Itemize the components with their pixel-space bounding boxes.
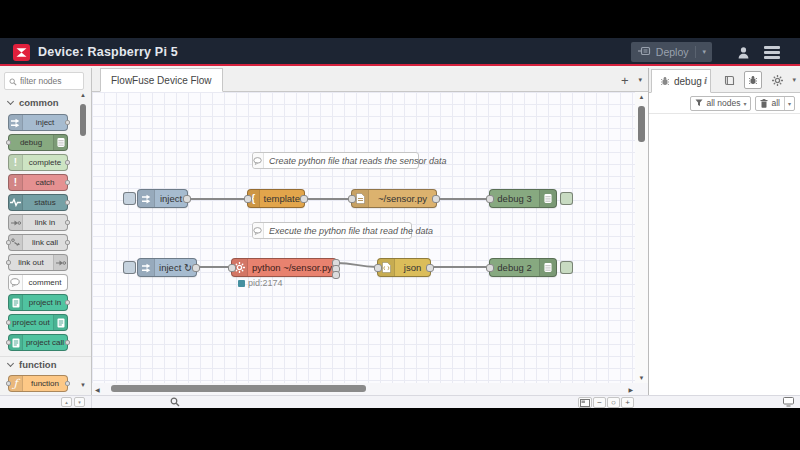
input-port[interactable] xyxy=(348,195,356,203)
clear-messages-button[interactable]: all ▾ xyxy=(755,96,795,111)
palette-node-project-call[interactable]: project call xyxy=(8,334,68,351)
debug-toggle-button[interactable] xyxy=(560,192,573,205)
scroll-left-icon[interactable]: ◀ xyxy=(92,386,103,393)
palette-node-inject[interactable]: inject xyxy=(8,114,68,131)
node-json[interactable]: json xyxy=(377,258,431,277)
palette-search[interactable] xyxy=(4,72,84,90)
project-call-icon xyxy=(9,335,23,350)
workspace[interactable]: Create python file that reads the sensor… xyxy=(92,92,648,383)
palette-node-status[interactable]: status xyxy=(8,194,68,211)
debug-icon xyxy=(539,259,556,276)
node-inject-1[interactable]: inject xyxy=(137,189,188,208)
add-flow-button[interactable]: + xyxy=(621,73,629,88)
expand-categories-button[interactable]: ▾ xyxy=(74,397,85,407)
main-menu-icon[interactable] xyxy=(764,46,780,61)
scroll-right-icon[interactable]: ▶ xyxy=(625,386,636,393)
node-exec-python[interactable]: python ~/sensor.py xyxy=(231,258,337,277)
comment-icon xyxy=(253,153,264,168)
input-port[interactable] xyxy=(374,264,382,272)
debug-messages-panel[interactable] xyxy=(649,114,800,382)
workspace-footer: − ○ + xyxy=(92,396,648,408)
user-icon[interactable] xyxy=(737,45,750,63)
node-status: pid:2174 xyxy=(238,278,283,288)
node-file-sensor-py[interactable]: ~/sensor.py xyxy=(351,189,437,208)
horizontal-scrollbar[interactable]: ◀ ▶ xyxy=(92,383,648,395)
help-tab-icon[interactable] xyxy=(720,71,738,89)
tab-flowfuse-device-flow[interactable]: FlowFuse Device Flow xyxy=(100,68,223,92)
bug-icon xyxy=(660,76,670,86)
scrollbar-track[interactable] xyxy=(103,383,624,395)
output-port xyxy=(65,240,70,245)
header: Device: Raspberry Pi 5 Deploy ▾ xyxy=(0,38,800,66)
input-port[interactable] xyxy=(244,195,252,203)
output-port[interactable] xyxy=(426,264,434,272)
scroll-down-icon[interactable]: ▼ xyxy=(635,375,648,381)
zoom-reset-button[interactable]: ○ xyxy=(607,397,620,408)
output-port xyxy=(65,160,70,165)
letterbox-top xyxy=(0,0,800,38)
vertical-scrollbar[interactable]: ▲ ▼ xyxy=(635,92,648,383)
palette-node-debug[interactable]: debug xyxy=(8,134,68,151)
input-port[interactable] xyxy=(486,264,494,272)
flow-tab-bar: FlowFuse Device Flow + ▾ xyxy=(92,68,648,92)
debug-toggle-button[interactable] xyxy=(560,261,573,274)
navigator-toggle-button[interactable] xyxy=(578,397,592,408)
catch-icon: ! xyxy=(9,175,23,190)
config-tab-icon[interactable] xyxy=(768,71,786,89)
node-debug-3[interactable]: debug 3 xyxy=(489,189,557,208)
node-template[interactable]: { template xyxy=(247,189,305,208)
scrollbar-thumb[interactable] xyxy=(111,385,366,392)
screen: Device: Raspberry Pi 5 Deploy ▾ xyxy=(0,0,800,450)
palette-node-link-call[interactable]: link call xyxy=(8,234,68,251)
palette-node-function[interactable]: ƒ function xyxy=(8,375,68,392)
output-port xyxy=(65,180,70,185)
scroll-up-icon[interactable]: ▲ xyxy=(79,92,87,98)
output-port[interactable] xyxy=(300,195,308,203)
scrollbar-thumb[interactable] xyxy=(638,106,645,142)
comment-node-execute-python[interactable]: Execute the python file that read the da… xyxy=(252,222,412,239)
palette-node-link-out[interactable]: link out xyxy=(8,254,68,271)
deploy-options-caret[interactable]: ▾ xyxy=(695,46,712,58)
palette-footer: ▴ ▾ xyxy=(0,396,92,408)
output-port[interactable] xyxy=(192,264,200,272)
debug-tab-icon[interactable] xyxy=(744,71,762,89)
footer: ▴ ▾ − ○ + xyxy=(0,395,800,408)
deploy-icon xyxy=(638,46,651,58)
palette-scrollbar[interactable]: ▲ ▼ xyxy=(79,92,87,388)
scroll-down-icon[interactable]: ▼ xyxy=(79,382,87,388)
zoom-in-button[interactable]: + xyxy=(621,397,634,408)
filter-nodes-button[interactable]: all nodes ▾ xyxy=(690,96,751,111)
inject-trigger-button[interactable] xyxy=(123,192,136,205)
sidebar-tab-bar: debug i ▾ xyxy=(649,68,800,93)
output-port-3[interactable] xyxy=(332,271,340,279)
sidebar-tabs-caret[interactable]: ▾ xyxy=(792,76,796,84)
palette-node-complete[interactable]: ! complete xyxy=(8,154,68,171)
palette-node-catch[interactable]: ! catch xyxy=(8,174,68,191)
clear-options-caret[interactable]: ▾ xyxy=(784,97,794,110)
palette-node-project-out[interactable]: project out xyxy=(8,314,68,331)
input-port[interactable] xyxy=(228,264,236,272)
palette-node-link-in[interactable]: link in xyxy=(8,214,68,231)
scrollbar-thumb[interactable] xyxy=(80,104,86,136)
input-port xyxy=(6,140,11,145)
node-inject-repeat[interactable]: inject ↻ xyxy=(137,258,197,277)
inject-trigger-button[interactable] xyxy=(123,261,136,274)
input-port[interactable] xyxy=(486,195,494,203)
status-icon xyxy=(9,195,23,210)
flow-list-caret[interactable]: ▾ xyxy=(638,76,642,84)
collapse-categories-button[interactable]: ▴ xyxy=(61,397,72,407)
output-port[interactable] xyxy=(183,195,191,203)
zoom-out-button[interactable]: − xyxy=(593,397,606,408)
output-port xyxy=(65,381,70,386)
scroll-up-icon[interactable]: ▲ xyxy=(635,94,648,100)
search-input[interactable] xyxy=(20,76,80,86)
output-port xyxy=(65,200,70,205)
comment-node-create-python[interactable]: Create python file that reads the sensor… xyxy=(252,152,419,169)
chevron-down-icon xyxy=(7,360,14,367)
palette-node-comment[interactable]: comment xyxy=(8,274,68,291)
palette-node-project-in[interactable]: project in xyxy=(8,294,68,311)
info-tab-icon[interactable]: i xyxy=(696,71,714,89)
deploy-button[interactable]: Deploy ▾ xyxy=(631,42,712,62)
output-port[interactable] xyxy=(432,195,440,203)
node-debug-2[interactable]: debug 2 xyxy=(489,258,557,277)
